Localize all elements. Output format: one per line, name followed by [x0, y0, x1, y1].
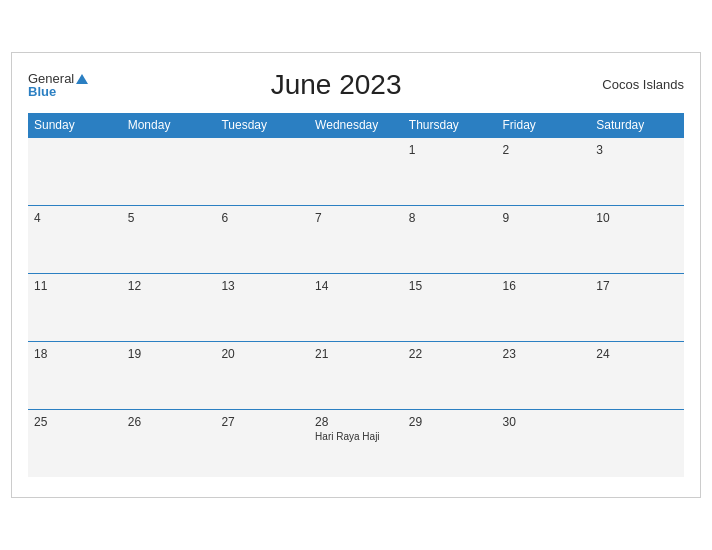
calendar-week-row: 123 — [28, 137, 684, 205]
region-title: Cocos Islands — [584, 77, 684, 92]
day-number: 20 — [221, 347, 303, 361]
day-number: 13 — [221, 279, 303, 293]
day-number: 22 — [409, 347, 491, 361]
logo: General Blue — [28, 72, 88, 98]
calendar-cell: 4 — [28, 205, 122, 273]
day-number: 15 — [409, 279, 491, 293]
calendar-table: SundayMondayTuesdayWednesdayThursdayFrid… — [28, 113, 684, 478]
calendar-cell: 20 — [215, 341, 309, 409]
calendar-cell: 23 — [497, 341, 591, 409]
event-label: Hari Raya Haji — [315, 431, 397, 442]
calendar-cell: 7 — [309, 205, 403, 273]
day-number: 23 — [503, 347, 585, 361]
calendar-cell — [215, 137, 309, 205]
calendar-cell: 16 — [497, 273, 591, 341]
calendar-cell: 15 — [403, 273, 497, 341]
calendar-cell — [309, 137, 403, 205]
day-number: 17 — [596, 279, 678, 293]
calendar-cell: 12 — [122, 273, 216, 341]
day-number: 19 — [128, 347, 210, 361]
calendar-cell: 8 — [403, 205, 497, 273]
calendar-cell — [590, 409, 684, 477]
logo-triangle-icon — [76, 74, 88, 84]
day-number: 24 — [596, 347, 678, 361]
calendar-cell — [122, 137, 216, 205]
calendar-cell: 30 — [497, 409, 591, 477]
calendar-cell: 17 — [590, 273, 684, 341]
calendar-week-row: 11121314151617 — [28, 273, 684, 341]
day-header-wednesday: Wednesday — [309, 113, 403, 138]
logo-blue-text: Blue — [28, 85, 88, 98]
day-number: 30 — [503, 415, 585, 429]
calendar-cell: 11 — [28, 273, 122, 341]
day-number: 9 — [503, 211, 585, 225]
day-number: 14 — [315, 279, 397, 293]
day-number: 18 — [34, 347, 116, 361]
day-number: 21 — [315, 347, 397, 361]
logo-general-text: General — [28, 72, 88, 85]
calendar-cell: 22 — [403, 341, 497, 409]
calendar-cell: 24 — [590, 341, 684, 409]
day-header-friday: Friday — [497, 113, 591, 138]
calendar-cell: 29 — [403, 409, 497, 477]
day-number: 29 — [409, 415, 491, 429]
calendar-cell: 2 — [497, 137, 591, 205]
calendar-cell: 13 — [215, 273, 309, 341]
calendar-week-row: 25262728Hari Raya Haji2930 — [28, 409, 684, 477]
day-number: 10 — [596, 211, 678, 225]
calendar-week-row: 45678910 — [28, 205, 684, 273]
calendar-cell: 6 — [215, 205, 309, 273]
calendar-container: General Blue June 2023 Cocos Islands Sun… — [11, 52, 701, 499]
day-number: 1 — [409, 143, 491, 157]
day-header-tuesday: Tuesday — [215, 113, 309, 138]
day-number: 2 — [503, 143, 585, 157]
calendar-header: General Blue June 2023 Cocos Islands — [28, 69, 684, 101]
day-number: 26 — [128, 415, 210, 429]
day-number: 16 — [503, 279, 585, 293]
day-header-thursday: Thursday — [403, 113, 497, 138]
calendar-tbody: 1234567891011121314151617181920212223242… — [28, 137, 684, 477]
calendar-cell: 19 — [122, 341, 216, 409]
calendar-cell — [28, 137, 122, 205]
calendar-cell: 10 — [590, 205, 684, 273]
day-number: 3 — [596, 143, 678, 157]
calendar-thead: SundayMondayTuesdayWednesdayThursdayFrid… — [28, 113, 684, 138]
calendar-cell: 27 — [215, 409, 309, 477]
day-number: 7 — [315, 211, 397, 225]
day-header-saturday: Saturday — [590, 113, 684, 138]
day-number: 12 — [128, 279, 210, 293]
calendar-cell: 28Hari Raya Haji — [309, 409, 403, 477]
calendar-cell: 1 — [403, 137, 497, 205]
calendar-cell: 5 — [122, 205, 216, 273]
calendar-cell: 21 — [309, 341, 403, 409]
calendar-cell: 14 — [309, 273, 403, 341]
day-number: 4 — [34, 211, 116, 225]
calendar-cell: 3 — [590, 137, 684, 205]
calendar-cell: 26 — [122, 409, 216, 477]
day-number: 8 — [409, 211, 491, 225]
day-number: 27 — [221, 415, 303, 429]
day-number: 25 — [34, 415, 116, 429]
calendar-cell: 25 — [28, 409, 122, 477]
day-number: 6 — [221, 211, 303, 225]
calendar-week-row: 18192021222324 — [28, 341, 684, 409]
month-title: June 2023 — [88, 69, 584, 101]
calendar-cell: 18 — [28, 341, 122, 409]
day-number: 11 — [34, 279, 116, 293]
day-header-sunday: Sunday — [28, 113, 122, 138]
day-number: 5 — [128, 211, 210, 225]
day-header-monday: Monday — [122, 113, 216, 138]
day-header-row: SundayMondayTuesdayWednesdayThursdayFrid… — [28, 113, 684, 138]
calendar-cell: 9 — [497, 205, 591, 273]
day-number: 28 — [315, 415, 397, 429]
